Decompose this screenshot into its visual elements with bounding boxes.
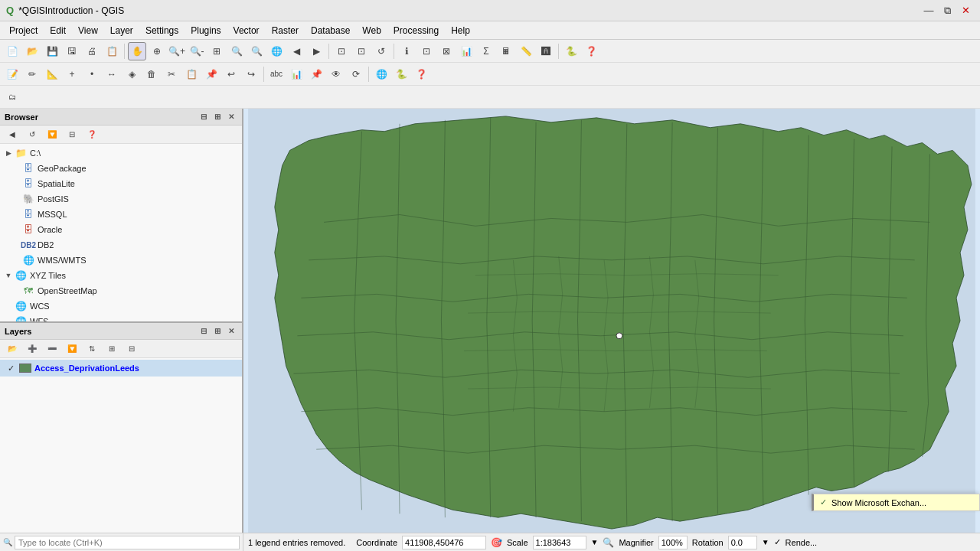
- browser-float-btn[interactable]: ⊞: [211, 111, 224, 123]
- coordinate-input[interactable]: [402, 536, 486, 549]
- calc-button[interactable]: 🖩: [497, 42, 515, 60]
- browser-refresh-btn[interactable]: ↺: [23, 126, 41, 144]
- measure-button[interactable]: 📏: [517, 42, 535, 60]
- touch-zoom-button[interactable]: ⊡: [332, 42, 351, 60]
- rotate-labels-btn[interactable]: ⟳: [347, 65, 365, 83]
- locate-input[interactable]: [15, 536, 240, 549]
- redo-btn[interactable]: ↪: [242, 65, 260, 83]
- scale-dropdown-icon[interactable]: ▼: [591, 538, 599, 546]
- zoom-in-button[interactable]: 🔍+: [168, 42, 186, 60]
- browser-close-btn[interactable]: ✕: [225, 111, 237, 123]
- menu-help[interactable]: Help: [445, 24, 476, 37]
- zoom-full-button[interactable]: 🌐: [267, 42, 286, 60]
- tree-item-xyz[interactable]: ▼ 🌐 XYZ Tiles: [0, 268, 242, 283]
- python-btn[interactable]: 🐍: [562, 42, 580, 60]
- node-tool-btn[interactable]: ◈: [122, 65, 141, 83]
- layers-open-btn[interactable]: 📂: [3, 340, 21, 358]
- paste-feats-btn[interactable]: 📌: [202, 65, 220, 83]
- pan-to-selection-button[interactable]: ⊕: [148, 42, 166, 60]
- browser-collapse-btn[interactable]: ⊟: [198, 111, 210, 123]
- label-tool-btn[interactable]: abc: [267, 65, 286, 83]
- menu-raster[interactable]: Raster: [266, 24, 305, 37]
- tree-item-osm[interactable]: 🗺 OpenStreetMap: [0, 283, 242, 298]
- pin-labels-btn[interactable]: 📌: [307, 65, 325, 83]
- magnifier-input[interactable]: [658, 536, 688, 549]
- layers-add-btn[interactable]: ➕: [23, 340, 41, 358]
- layers-float-btn[interactable]: ⊞: [211, 325, 224, 337]
- tree-item-postgis[interactable]: 🐘 PostGIS: [0, 191, 242, 207]
- add-point-btn[interactable]: •: [83, 65, 101, 83]
- zoom-prev-button[interactable]: ◀: [287, 42, 305, 60]
- minimize-button[interactable]: —: [920, 2, 937, 19]
- menu-vector[interactable]: Vector: [227, 24, 266, 37]
- notification-popup[interactable]: ✓ Show Microsoft Exchan...: [812, 494, 980, 511]
- tree-item-mssql[interactable]: 🗄 MSSQL: [0, 207, 242, 222]
- refresh-button[interactable]: ↺: [372, 42, 390, 60]
- menu-view[interactable]: View: [72, 24, 104, 37]
- save-project-button[interactable]: 💾: [43, 42, 61, 60]
- stat-summ-button[interactable]: Σ: [477, 42, 495, 60]
- rotation-dropdown-icon[interactable]: ▼: [762, 538, 769, 546]
- menu-edit[interactable]: Edit: [44, 24, 72, 37]
- menu-processing[interactable]: Processing: [387, 24, 445, 37]
- annot-button[interactable]: 🅰: [537, 42, 555, 60]
- menu-settings[interactable]: Settings: [139, 24, 185, 37]
- layers-collapse-btn[interactable]: ⊟: [198, 325, 210, 337]
- new-project-button[interactable]: 📄: [3, 42, 21, 60]
- browser-collapse-all-btn[interactable]: ⊟: [63, 126, 81, 144]
- browser-filter-btn[interactable]: 🔽: [43, 126, 61, 144]
- edit-btn[interactable]: 📐: [43, 65, 61, 83]
- tree-item-wfs[interactable]: 🌐 WFS: [0, 314, 242, 321]
- tree-item-wms[interactable]: 🌐 WMS/WMTS: [0, 253, 242, 268]
- layer-checkbox[interactable]: ✓: [5, 364, 17, 373]
- current-edits-btn[interactable]: 📝: [3, 65, 21, 83]
- layers-sort-btn[interactable]: ⇅: [83, 340, 101, 358]
- open-attr-button[interactable]: 📊: [457, 42, 475, 60]
- open-project-button[interactable]: 📂: [23, 42, 41, 60]
- select-feats-button[interactable]: ⊡: [417, 42, 436, 60]
- browser-back-btn[interactable]: ◀: [3, 126, 21, 144]
- help2-btn[interactable]: ❓: [412, 65, 430, 83]
- menu-layer[interactable]: Layer: [104, 24, 139, 37]
- rotation-input[interactable]: [728, 536, 757, 549]
- undo-btn[interactable]: ↩: [222, 65, 240, 83]
- help-btn[interactable]: ❓: [582, 42, 600, 60]
- scale-input[interactable]: [533, 536, 586, 549]
- maximize-button[interactable]: ⧉: [939, 2, 956, 19]
- tree-item-db2[interactable]: DB2 DB2: [0, 237, 242, 253]
- map-canvas[interactable]: [243, 109, 980, 533]
- layers-remove-btn[interactable]: ➖: [43, 340, 61, 358]
- menu-project[interactable]: Project: [3, 24, 44, 37]
- save-as-button[interactable]: 🖫: [63, 42, 81, 60]
- tree-item-geopackage[interactable]: 🗄 GeoPackage: [0, 161, 242, 176]
- layers-filter-btn[interactable]: 🔽: [63, 340, 81, 358]
- close-button[interactable]: ✕: [957, 2, 974, 19]
- diagram-btn[interactable]: 📊: [287, 65, 305, 83]
- layers-collapse-all-btn[interactable]: ⊟: [122, 340, 141, 358]
- add-record-btn[interactable]: +: [63, 65, 81, 83]
- move-feat-btn[interactable]: ↔: [103, 65, 121, 83]
- extra-btn1[interactable]: 🗂: [3, 88, 21, 106]
- delete-selected-btn[interactable]: 🗑: [142, 65, 161, 83]
- deselect-button[interactable]: ⊠: [437, 42, 456, 60]
- zoom-out-button[interactable]: 🔍-: [188, 42, 206, 60]
- cut-feats-btn[interactable]: ✂: [162, 65, 181, 83]
- print-atlas-button[interactable]: 📋: [103, 42, 121, 60]
- layer-item-access-dep[interactable]: ✓ Access_DeprivationLeeds: [0, 360, 242, 377]
- tree-item-wcs[interactable]: 🌐 WCS: [0, 298, 242, 314]
- print-layout-button[interactable]: 🖨: [83, 42, 101, 60]
- touch-pan-button[interactable]: ⊡: [352, 42, 371, 60]
- show-unhide-btn[interactable]: 👁: [327, 65, 345, 83]
- zoom-next-button[interactable]: ▶: [307, 42, 325, 60]
- pan-map-button[interactable]: ✋: [128, 42, 146, 60]
- browser-help-btn[interactable]: ❓: [83, 126, 101, 144]
- zoom-to-layer-button[interactable]: 🔍: [247, 42, 266, 60]
- map-area[interactable]: ✓ Show Microsoft Exchan...: [243, 109, 980, 533]
- py-console-btn[interactable]: 🐍: [392, 65, 410, 83]
- tree-item-oracle[interactable]: 🗄 Oracle: [0, 222, 242, 237]
- tree-item-c-drive[interactable]: ▶ 📁 C:\: [0, 145, 242, 161]
- layers-close-btn[interactable]: ✕: [225, 325, 237, 337]
- menu-web[interactable]: Web: [356, 24, 387, 37]
- copy-feats-btn[interactable]: 📋: [182, 65, 201, 83]
- menu-plugins[interactable]: Plugins: [185, 24, 227, 37]
